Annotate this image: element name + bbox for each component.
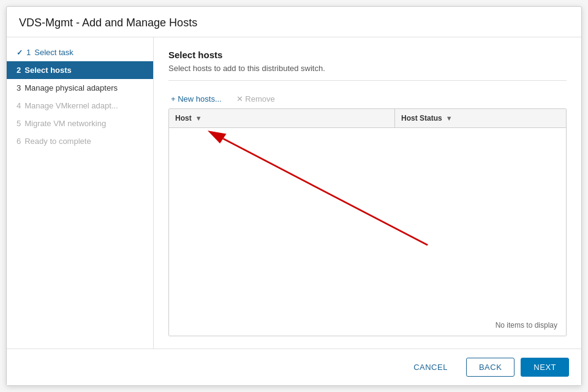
annotation-arrow <box>169 128 566 336</box>
no-items-text: No items to display <box>496 321 557 330</box>
sidebar-item-label-text: Select hosts <box>24 66 72 75</box>
host-status-filter-icon[interactable]: ▼ <box>446 115 453 122</box>
table-header: Host ▼ Host Status ▼ <box>169 109 566 128</box>
sidebar-item-label: 1 <box>26 48 31 57</box>
svg-line-1 <box>223 138 428 245</box>
host-filter-icon[interactable]: ▼ <box>195 115 202 122</box>
hosts-table: Host ▼ Host Status ▼ No items to display <box>168 108 567 336</box>
checkmark-icon: ✓ <box>17 48 23 57</box>
remove-button[interactable]: ✕ Remove <box>234 93 277 105</box>
sidebar-item-number: 6 <box>17 137 21 146</box>
sidebar-item-number: 3 <box>17 83 21 92</box>
section-description: Select hosts to add to this distributed … <box>168 64 567 81</box>
sidebar-item-label-text: Migrate VM networking <box>24 119 106 128</box>
sidebar-item-label-text: Manage VMkernel adapt... <box>24 101 118 110</box>
sidebar: ✓ 1 Select task 2 Select hosts 3 Manage … <box>7 37 154 349</box>
main-content: Select hosts Select hosts to add to this… <box>154 37 581 349</box>
host-status-column-header: Host Status ▼ <box>394 109 566 127</box>
sidebar-item-number: 2 <box>17 66 21 75</box>
sidebar-item-manage-vmkernel: 4 Manage VMkernel adapt... <box>7 97 153 115</box>
back-button[interactable]: BACK <box>466 358 514 377</box>
next-button[interactable]: NEXT <box>521 358 569 377</box>
sidebar-item-select-task[interactable]: ✓ 1 Select task <box>7 43 153 61</box>
new-hosts-button[interactable]: + New hosts... <box>168 93 224 105</box>
sidebar-item-label-text: Select task <box>34 48 74 57</box>
cancel-button[interactable]: CANCEL <box>401 358 460 376</box>
sidebar-item-select-hosts[interactable]: 2 Select hosts <box>7 61 153 79</box>
sidebar-item-ready-to-complete: 6 Ready to complete <box>7 132 153 150</box>
host-column-header: Host ▼ <box>169 109 394 127</box>
sidebar-item-migrate-vm: 5 Migrate VM networking <box>7 115 153 132</box>
dialog-footer: CANCEL BACK NEXT <box>7 349 581 385</box>
sidebar-item-manage-physical-adapters[interactable]: 3 Manage physical adapters <box>7 79 153 97</box>
table-body: No items to display <box>169 128 566 336</box>
dialog-body: ✓ 1 Select task 2 Select hosts 3 Manage … <box>7 37 581 349</box>
add-manage-hosts-dialog: VDS-Mgmt - Add and Manage Hosts ✓ 1 Sele… <box>6 6 582 386</box>
toolbar: + New hosts... ✕ Remove <box>168 89 567 108</box>
sidebar-item-label-text: Ready to complete <box>24 137 91 146</box>
dialog-title: VDS-Mgmt - Add and Manage Hosts <box>7 7 581 37</box>
section-title: Select hosts <box>168 50 567 60</box>
sidebar-item-number: 4 <box>17 101 21 110</box>
sidebar-item-label-text: Manage physical adapters <box>24 83 118 92</box>
sidebar-item-number: 5 <box>17 119 21 128</box>
